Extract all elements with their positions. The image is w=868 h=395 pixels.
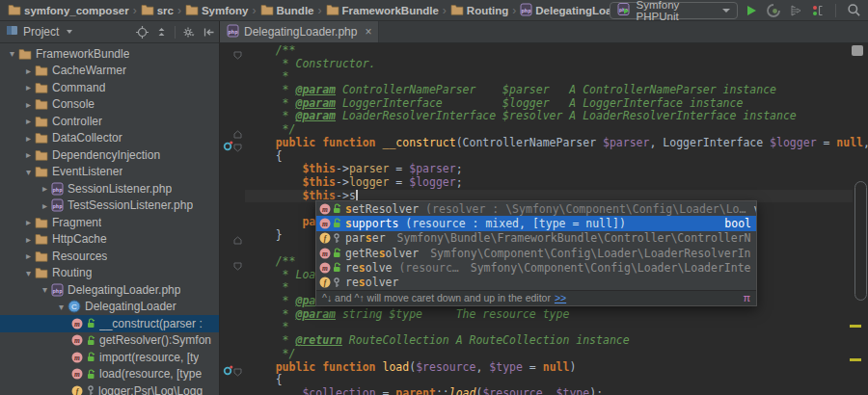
- tree-item-label: Resources: [52, 250, 107, 263]
- chevron-right-icon[interactable]: ▸: [22, 99, 35, 110]
- breadcrumb-item[interactable]: symfony_composer: [8, 4, 129, 17]
- tree-item[interactable]: m__construct(parser :: [0, 315, 219, 332]
- hide-icon[interactable]: [203, 26, 215, 39]
- chevron-right-icon[interactable]: ▸: [22, 234, 35, 245]
- completion-item[interactable]: msetResolver (resolver : \Symfony\Compon…: [316, 201, 756, 216]
- fold-marker-icon[interactable]: [233, 46, 242, 64]
- breadcrumb-item[interactable]: src: [141, 4, 174, 17]
- override-method-icon[interactable]: [223, 362, 233, 380]
- project-panel-header[interactable]: Project: [0, 21, 220, 43]
- key-icon: [333, 233, 341, 244]
- code-line: $this->parser = $parser;: [220, 163, 853, 176]
- code-line: */: [220, 123, 853, 137]
- php-icon: php: [51, 283, 64, 297]
- fold-marker-icon[interactable]: [233, 257, 242, 275]
- chevron-down-icon[interactable]: ▾: [39, 284, 51, 295]
- ide-window: symfony_composer›src›Symfony›Bundle›Fram…: [0, 0, 868, 395]
- attach-to-process-icon[interactable]: [809, 2, 827, 19]
- tree-item-label: HttpCache: [52, 232, 107, 246]
- tree-item[interactable]: ▸Command: [0, 79, 219, 96]
- chevron-down-icon[interactable]: [67, 30, 72, 34]
- tree-item[interactable]: ▾phpDelegatingLoader.php: [0, 281, 219, 299]
- completion-item[interactable]: fparserSymfony\Bundle\FrameworkBundle\Co…: [316, 231, 756, 246]
- field-icon: f: [71, 385, 83, 395]
- folder-icon: [35, 149, 48, 161]
- second-row: Project php DelegatingLoader.php ×: [0, 21, 868, 43]
- folder-icon: [35, 267, 48, 278]
- code-line: {: [220, 150, 853, 164]
- tree-item[interactable]: mgetResolver():Symfon: [0, 332, 219, 350]
- chevron-right-icon[interactable]: ▸: [22, 149, 35, 160]
- tree-item[interactable]: ▸HttpCache: [0, 231, 219, 249]
- tree-item[interactable]: ▸DataCollector: [0, 130, 219, 147]
- lock-icon: [333, 262, 341, 273]
- tree-item[interactable]: ▸phpSessionListener.php: [0, 180, 219, 198]
- php-icon: php: [520, 3, 532, 18]
- completion-item[interactable]: mresolve (resourc…Symfony\Component\Conf…: [316, 260, 756, 275]
- svg-text:m: m: [322, 264, 328, 273]
- breadcrumb-item[interactable]: FrameworkBundle: [326, 4, 439, 17]
- completion-item[interactable]: fresolver: [316, 275, 756, 289]
- tree-item[interactable]: ▸phpTestSessionListener.php: [0, 198, 219, 215]
- completion-item[interactable]: msupports (resource : mixed, [type = nul…: [316, 216, 756, 230]
- fold-marker-icon[interactable]: [233, 231, 242, 249]
- completion-item[interactable]: mgetResolverSymfony\Component\Config\Loa…: [316, 246, 756, 260]
- search-everywhere-icon[interactable]: [845, 2, 862, 19]
- fold-marker-icon[interactable]: [233, 363, 242, 381]
- tree-item[interactable]: ▸DependencyInjection: [0, 146, 219, 164]
- tree-item[interactable]: ▸Controller: [0, 113, 219, 130]
- breadcrumb-item[interactable]: phpDelegatingLoader.php: [520, 3, 609, 18]
- collapse-icon[interactable]: [155, 26, 168, 39]
- tree-item[interactable]: ▸CacheWarmer: [0, 63, 219, 80]
- chevron-right-icon[interactable]: ▸: [39, 200, 51, 211]
- chevron-right-icon[interactable]: ▸: [22, 133, 35, 144]
- chevron-down-icon[interactable]: ▾: [22, 268, 35, 278]
- tree-item[interactable]: mimport(resource, [ty: [0, 349, 219, 366]
- chevron-down-icon[interactable]: ▾: [22, 167, 35, 177]
- breadcrumb-item[interactable]: Symfony: [185, 4, 249, 17]
- tree-item[interactable]: ▾FrameworkBundle: [0, 45, 219, 63]
- run-with-profiler-icon[interactable]: [787, 2, 804, 19]
- tree-item[interactable]: flogger:Psr\Log\Logg: [0, 382, 219, 395]
- breadcrumb-item[interactable]: Routing: [450, 4, 508, 17]
- inspection-status-indicator[interactable]: [852, 45, 863, 56]
- code-editor[interactable]: /** * Constructor. * * @param Controller…: [220, 43, 868, 395]
- tree-item-label: DependencyInjection: [52, 148, 160, 162]
- run-with-coverage-icon[interactable]: [765, 2, 782, 19]
- tree-item[interactable]: ▾EventListener: [0, 164, 219, 181]
- tree-item[interactable]: ▾CDelegatingLoader: [0, 299, 219, 316]
- tree-item[interactable]: ▸Resources: [0, 248, 219, 265]
- chevron-down-icon[interactable]: ▾: [6, 48, 18, 59]
- completion-name: supports: [345, 217, 398, 230]
- tree-item[interactable]: mload(resource, [type: [0, 366, 219, 383]
- warning-stripe-mark[interactable]: [850, 358, 861, 361]
- project-tool-window-icon: [6, 23, 18, 40]
- scrollbar-thumb[interactable]: [854, 181, 867, 301]
- tab-delegatingloader[interactable]: php DelegatingLoader.php ×: [220, 21, 379, 42]
- chevron-right-icon[interactable]: ▸: [22, 250, 35, 261]
- settings-icon[interactable]: [182, 26, 196, 39]
- breadcrumb-item[interactable]: Bundle: [260, 4, 314, 17]
- tree-item[interactable]: ▸Console: [0, 96, 219, 114]
- run-configuration-select[interactable]: php Symfony PHPUnit: [610, 2, 738, 19]
- chevron-right-icon[interactable]: ▸: [22, 116, 35, 126]
- tree-item[interactable]: ▸Fragment: [0, 214, 219, 231]
- tree-item[interactable]: ▾Routing: [0, 265, 219, 282]
- close-icon[interactable]: ×: [365, 25, 371, 39]
- code-line: * @param ControllerNameParser $parser A …: [220, 84, 853, 97]
- warning-stripe-mark[interactable]: [850, 325, 861, 328]
- chevron-right-icon[interactable]: ▸: [22, 82, 35, 92]
- chevron-right-icon[interactable]: ▸: [22, 217, 35, 227]
- lock-icon: [87, 352, 95, 362]
- chevron-right-icon[interactable]: ▸: [22, 66, 35, 76]
- class-icon: C: [68, 300, 81, 313]
- chevron-right-icon[interactable]: ▸: [39, 183, 51, 194]
- chevron-down-icon[interactable]: ▾: [55, 302, 68, 312]
- code-line: *: [220, 321, 853, 334]
- run-icon[interactable]: [743, 2, 760, 19]
- override-method-icon[interactable]: [223, 138, 233, 155]
- tree-item-label: Fragment: [52, 216, 101, 229]
- completion-hint-link[interactable]: >>: [555, 292, 566, 303]
- locate-icon[interactable]: [136, 26, 149, 39]
- fold-marker-icon[interactable]: [233, 139, 242, 156]
